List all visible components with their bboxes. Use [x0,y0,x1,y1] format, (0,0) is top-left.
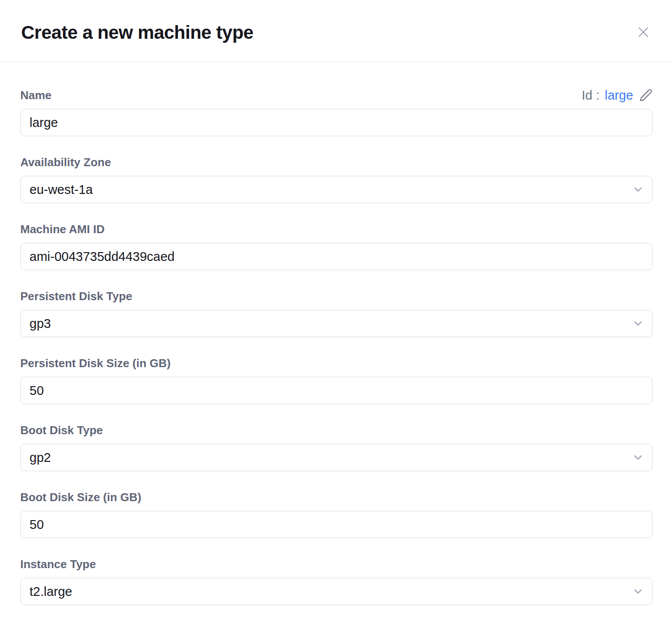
field-boot-disk-size: Boot Disk Size (in GB) [20,491,653,538]
name-field-head: Name Id : large [20,89,653,102]
availability-zone-label: Availability Zone [20,156,653,169]
field-machine-ami-id: Machine AMI ID [20,223,653,270]
pencil-icon [639,97,653,103]
machine-ami-id-label: Machine AMI ID [20,223,653,236]
create-machine-type-modal: Create a new machine type Name Id : larg… [0,0,672,625]
x-icon [636,34,651,41]
field-instance-type: Instance Type t2.large [20,558,653,605]
instance-type-select[interactable]: t2.large [20,578,653,605]
boot-disk-size-label: Boot Disk Size (in GB) [20,491,653,504]
field-boot-disk-type: Boot Disk Type gp2 [20,424,653,471]
modal-header: Create a new machine type [0,0,672,62]
edit-id-button[interactable] [639,89,653,102]
modal-body: Name Id : large Availability Zo [0,62,672,605]
boot-disk-type-value: gp2 [30,450,51,465]
name-label: Name [20,89,52,102]
persistent-disk-size-input[interactable] [20,377,653,404]
chevron-down-icon [632,451,644,464]
id-value-link[interactable]: large [605,89,634,102]
chevron-down-icon [632,317,644,330]
field-persistent-disk-size: Persistent Disk Size (in GB) [20,357,653,404]
machine-ami-id-input[interactable] [20,243,653,270]
availability-zone-value: eu-west-1a [30,182,93,197]
availability-zone-select[interactable]: eu-west-1a [20,176,653,203]
persistent-disk-type-select[interactable]: gp3 [20,310,653,337]
instance-type-value: t2.large [30,584,72,599]
modal-title: Create a new machine type [21,22,254,43]
field-availability-zone: Availability Zone eu-west-1a [20,156,653,203]
close-button[interactable] [634,23,653,41]
id-display: Id : large [582,89,653,102]
instance-type-label: Instance Type [20,558,653,571]
id-label: Id : [582,89,599,102]
boot-disk-type-select[interactable]: gp2 [20,444,653,471]
boot-disk-type-label: Boot Disk Type [20,424,653,437]
field-name: Name Id : large [20,89,653,136]
boot-disk-size-input[interactable] [20,511,653,538]
persistent-disk-type-label: Persistent Disk Type [20,290,653,303]
persistent-disk-size-label: Persistent Disk Size (in GB) [20,357,653,370]
persistent-disk-type-value: gp3 [30,316,51,331]
chevron-down-icon [632,585,644,598]
chevron-down-icon [632,183,644,196]
field-persistent-disk-type: Persistent Disk Type gp3 [20,290,653,337]
name-input[interactable] [20,109,653,136]
